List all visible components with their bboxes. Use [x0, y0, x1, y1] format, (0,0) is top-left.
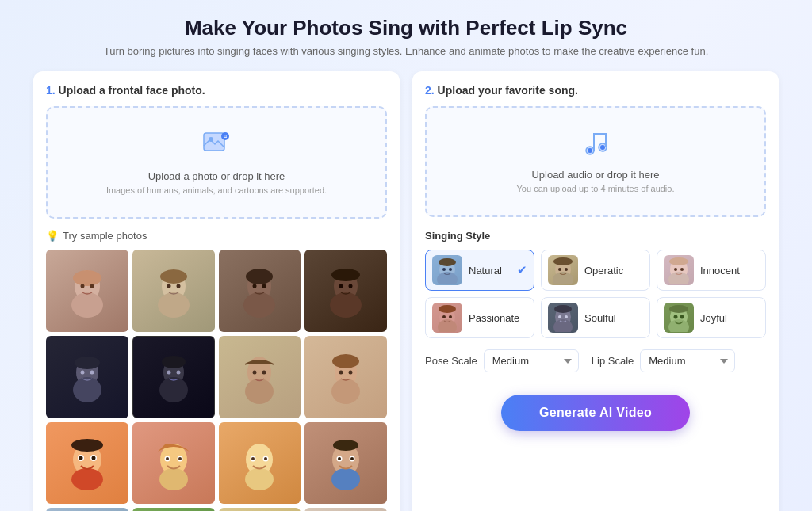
- svg-point-105: [449, 268, 452, 271]
- singing-style-grid: Natural ✔: [425, 250, 766, 338]
- style-natural[interactable]: Natural ✔: [425, 250, 534, 291]
- sample-photo-7[interactable]: [219, 336, 301, 418]
- svg-point-100: [588, 148, 592, 153]
- sample-photo-14[interactable]: [132, 508, 215, 511]
- svg-point-43: [339, 370, 343, 374]
- svg-point-24: [339, 284, 343, 288]
- left-panel-num: 1.: [46, 84, 56, 97]
- svg-point-33: [162, 356, 186, 368]
- style-soulful-name: Soulful: [584, 312, 616, 324]
- sample-photo-11[interactable]: [219, 422, 301, 505]
- generate-ai-video-button[interactable]: Generate AI Video: [501, 395, 690, 431]
- right-panel-title-text: Upload your favorite song.: [438, 84, 578, 97]
- sample-photo-9[interactable]: [46, 422, 128, 505]
- svg-point-57: [178, 457, 182, 460]
- style-soulful-thumb: [548, 303, 578, 333]
- svg-point-114: [674, 268, 677, 271]
- svg-point-125: [565, 315, 568, 318]
- page-subtitle: Turn boring pictures into singing faces …: [33, 45, 779, 57]
- lip-scale-label: Lip Scale: [592, 355, 634, 367]
- style-joyful-name: Joyful: [700, 312, 727, 324]
- sample-photo-2[interactable]: [132, 250, 215, 332]
- svg-point-130: [680, 315, 684, 319]
- svg-point-42: [332, 354, 359, 368]
- svg-point-65: [331, 468, 360, 490]
- upload-audio-main-text: Upload audio or drop it here: [531, 169, 659, 181]
- svg-point-25: [349, 284, 353, 288]
- sample-photo-4[interactable]: [304, 250, 387, 332]
- svg-point-35: [176, 370, 180, 374]
- svg-point-44: [349, 370, 353, 374]
- pose-scale-group: Pose Scale Small Medium Large: [425, 349, 579, 372]
- right-panel-num: 2.: [425, 84, 435, 97]
- pose-scale-select[interactable]: Small Medium Large: [484, 349, 579, 372]
- style-passionate-name: Passionate: [469, 312, 519, 324]
- sample-photo-3[interactable]: [219, 250, 301, 332]
- style-passionate[interactable]: Passionate: [425, 297, 534, 338]
- right-panel-title: 2. Upload your favorite song.: [425, 84, 766, 97]
- svg-point-15: [176, 284, 180, 288]
- sample-photo-15[interactable]: [219, 508, 301, 511]
- sample-photo-16-controls: ⊕ ▼: [304, 508, 387, 511]
- svg-rect-99: [605, 133, 607, 147]
- svg-point-29: [80, 370, 84, 374]
- style-operatic[interactable]: Operatic: [541, 250, 650, 291]
- sample-photo-12[interactable]: [304, 422, 387, 505]
- sample-photo-13[interactable]: [46, 508, 128, 511]
- svg-point-129: [674, 315, 678, 319]
- svg-point-38: [253, 370, 257, 374]
- svg-point-103: [437, 272, 458, 284]
- sample-photo-6[interactable]: [132, 336, 215, 418]
- style-joyful[interactable]: Joyful: [657, 297, 766, 338]
- sample-photo-1[interactable]: [46, 250, 128, 332]
- svg-point-46: [71, 468, 103, 490]
- svg-point-63: [264, 457, 267, 460]
- svg-point-28: [75, 357, 100, 369]
- pose-scale-label: Pose Scale: [425, 355, 477, 367]
- style-natural-thumb: [432, 255, 462, 285]
- svg-point-50: [91, 456, 95, 460]
- svg-point-34: [167, 370, 170, 374]
- svg-point-126: [554, 305, 572, 313]
- svg-point-68: [338, 457, 341, 460]
- sample-photo-8[interactable]: [304, 336, 387, 418]
- svg-point-12: [158, 292, 190, 318]
- photo-upload-area[interactable]: Upload a photo or drop it here Images of…: [46, 106, 387, 219]
- left-panel: 1. Upload a frontal face photo. Upload: [33, 71, 400, 511]
- svg-point-104: [442, 268, 446, 271]
- svg-point-19: [253, 284, 257, 288]
- svg-point-51: [71, 439, 103, 452]
- svg-point-39: [262, 370, 266, 374]
- svg-rect-5: [224, 136, 227, 137]
- sample-label: 💡 Try sample photos: [46, 230, 387, 242]
- svg-point-119: [442, 315, 446, 318]
- svg-point-49: [79, 456, 82, 460]
- audio-upload-area[interactable]: Upload audio or drop it here You can upl…: [425, 106, 766, 217]
- svg-point-69: [350, 457, 354, 460]
- svg-point-32: [159, 377, 188, 402]
- sample-emoji: 💡: [46, 230, 59, 242]
- svg-point-53: [159, 468, 188, 490]
- upload-photo-icon: [202, 130, 231, 164]
- svg-rect-97: [593, 133, 607, 135]
- style-innocent[interactable]: Innocent: [657, 250, 766, 291]
- sample-photo-5[interactable]: [46, 336, 128, 418]
- lip-scale-select[interactable]: Small Medium Large: [640, 349, 735, 372]
- sample-section: 💡 Try sample photos: [46, 230, 387, 511]
- lip-scale-group: Lip Scale Small Medium Large: [592, 349, 735, 372]
- svg-point-8: [73, 270, 102, 286]
- style-natural-name: Natural: [469, 265, 502, 276]
- upload-photo-sub-text: Images of humans, animals, and cartoons …: [106, 185, 327, 195]
- sample-photo-10[interactable]: [132, 422, 215, 505]
- style-soulful[interactable]: Soulful: [541, 297, 650, 338]
- svg-point-27: [73, 377, 102, 402]
- svg-point-30: [90, 370, 94, 374]
- svg-point-120: [449, 315, 452, 318]
- style-operatic-thumb: [548, 255, 578, 285]
- svg-point-124: [558, 315, 561, 318]
- upload-audio-icon: [582, 130, 609, 162]
- svg-point-10: [90, 284, 94, 288]
- svg-point-116: [669, 257, 688, 265]
- style-operatic-name: Operatic: [584, 265, 623, 276]
- style-joyful-thumb: [664, 303, 694, 333]
